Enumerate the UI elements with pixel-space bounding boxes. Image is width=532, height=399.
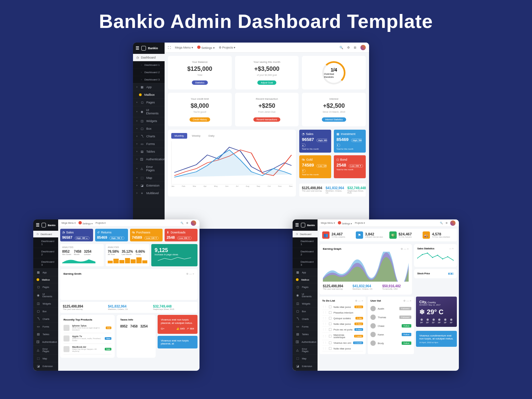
sidebar-item-d2[interactable]: Dashboard 2: [293, 248, 318, 258]
avatar[interactable]: [450, 220, 456, 226]
todo-item[interactable]: ⋮⋮Quisque sodales1 day: [322, 316, 363, 321]
todo-item[interactable]: ⋮⋮Vivamus nec orci1 month: [322, 340, 363, 346]
projects-menu[interactable]: Projects ▾: [355, 222, 365, 224]
todo-item[interactable]: ⋮⋮Proin nec mi porta3 days: [322, 327, 363, 332]
sidebar-item-d2[interactable]: Dashboard 2: [33, 248, 58, 258]
sidebar-item-dashboard3[interactable]: ›Dashboard 3: [133, 76, 165, 83]
mega-menu[interactable]: Mega Menu ▾: [321, 222, 335, 224]
sidebar-item-pages[interactable]: ◻Pages: [33, 283, 58, 291]
todo-item[interactable]: ⋮⋮Nulla vitae purus: [322, 346, 363, 351]
sidebar-item-charts[interactable]: 〽Charts: [293, 315, 318, 323]
follow-button[interactable]: Follow: [402, 324, 411, 328]
mega-menu[interactable]: Mega Menu ▾: [175, 46, 193, 49]
sidebar-item-widgets[interactable]: ◫Widgets: [33, 300, 58, 307]
sidebar-item-multi[interactable]: ≡Multilevel: [33, 370, 58, 371]
sidebar-item-tables[interactable]: ▾▤Tables: [133, 148, 165, 155]
todo-item[interactable]: ⋮⋮Phasellus interdum: [322, 310, 363, 316]
sidebar-item-forms[interactable]: ▭Forms: [33, 323, 58, 330]
recent-transactions-button[interactable]: Recent transactions: [253, 117, 281, 122]
sidebar-item-ext[interactable]: ◪Extension: [293, 362, 318, 370]
sidebar-item-multi[interactable]: ≡Multilevel: [293, 370, 318, 371]
adjust-goal-button[interactable]: Adjust Goal: [257, 80, 276, 85]
sidebar-item-auth[interactable]: ⚿Authentication: [33, 338, 58, 345]
search-icon[interactable]: 🔍: [339, 46, 343, 49]
sidebar-item-d3[interactable]: Dashboard 3: [33, 258, 58, 268]
sidebar-item-error[interactable]: ▾△Error Pages: [133, 163, 165, 174]
interest-stats-button[interactable]: Interest Statistics: [322, 117, 346, 122]
sidebar-item-widgets[interactable]: ◫Widgets: [293, 300, 318, 307]
sidebar-item-multilevel[interactable]: ▾≡Multilevel: [133, 189, 165, 197]
tab-weekly[interactable]: Weekly: [189, 133, 204, 139]
sidebar-item-app[interactable]: ▦App: [33, 268, 58, 276]
sidebar-item-ui[interactable]: ◉UI Elements: [33, 291, 58, 300]
sidebar-item-box[interactable]: ▢Box: [33, 307, 58, 315]
settings-menu[interactable]: Settings ▾: [78, 221, 93, 225]
statistics-button[interactable]: Statistics: [192, 80, 208, 85]
sidebar-item-dashboard2[interactable]: ›Dashboard 2: [133, 68, 165, 76]
todo-item[interactable]: ⋮⋮Nulla vitae purus2 mins: [322, 304, 363, 310]
card-actions[interactable]: ⊕ — ×: [401, 247, 409, 250]
sidebar-item-app[interactable]: ▾▦App: [133, 83, 165, 91]
settings-menu[interactable]: Settings ▾: [197, 46, 215, 50]
todo-item[interactable]: ⋮⋮Nulla vitae purus2 days: [322, 321, 363, 327]
sidebar-item-tables[interactable]: ▤Tables: [293, 330, 318, 338]
sidebar-item-forms[interactable]: ▭Forms: [293, 323, 318, 330]
projects-menu[interactable]: Projects ▾: [95, 222, 106, 224]
card-actions[interactable]: ⊕ — ×: [403, 299, 411, 302]
sidebar-item-error[interactable]: △Error Pages: [33, 345, 58, 354]
share-icon[interactable]: ↗ 984: [187, 327, 194, 331]
sidebar-item-box[interactable]: ▢Box: [293, 307, 318, 315]
search-icon[interactable]: 🔍: [440, 222, 443, 224]
sidebar-item-charts[interactable]: ▾〽Charts: [133, 132, 165, 140]
follow-button[interactable]: Followed: [399, 307, 411, 310]
sidebar-item-mailbox[interactable]: Mailbox: [133, 91, 165, 98]
sidebar-item-ui[interactable]: ▾◉UI Elements: [133, 106, 165, 117]
sidebar-item-tables[interactable]: ▤Tables: [33, 330, 58, 338]
sidebar-item-d1[interactable]: Dashboard 1: [33, 237, 58, 248]
product-row[interactable]: MacBook AirMake big things happen. All d…: [64, 344, 111, 354]
sidebar-item-pages[interactable]: ◻Pages: [293, 283, 318, 291]
sidebar-item-map[interactable]: ⬚Map: [293, 354, 318, 362]
sidebar-item-map[interactable]: ▾⬚Map: [133, 174, 165, 182]
gplus-icon[interactable]: G+: [161, 327, 165, 331]
menu-icon[interactable]: ☰: [295, 223, 299, 227]
sidebar-item-auth[interactable]: ▾⚿Authentication: [133, 155, 165, 163]
sidebar-item-mailbox[interactable]: Mailbox: [33, 276, 58, 283]
sidebar-item-app[interactable]: ▦App: [293, 268, 318, 276]
projects-menu[interactable]: ⚙ Projects ▾: [219, 46, 236, 49]
gear-icon[interactable]: ⚙: [446, 222, 448, 224]
settings-menu[interactable]: Settings ▾: [338, 221, 352, 225]
card-actions[interactable]: ⊕ — ×: [186, 272, 194, 275]
apps-icon[interactable]: ⊞: [354, 46, 356, 49]
avatar[interactable]: [191, 220, 196, 226]
sidebar-item-pages[interactable]: ▾◻Pages: [133, 98, 165, 106]
gear-icon[interactable]: ⚙: [186, 222, 188, 224]
sidebar-item-extension[interactable]: ▾◪Extension: [133, 182, 165, 189]
sidebar-item-mailbox[interactable]: Mailbox: [293, 276, 318, 283]
card-actions[interactable]: ⊕ — ×: [355, 299, 363, 302]
sidebar-item-widgets[interactable]: ▾◫Widgets: [133, 117, 165, 125]
tab-daily[interactable]: Daily: [205, 133, 218, 139]
menu-icon[interactable]: ☰: [36, 223, 40, 227]
mega-menu[interactable]: Mega Menu ▾: [62, 222, 76, 224]
todo-item[interactable]: ⋮⋮Maecenas scelerisque1 week: [322, 332, 363, 340]
sidebar-item-box[interactable]: ▾▢Box: [133, 125, 165, 132]
sidebar-item-charts[interactable]: 〽Charts: [33, 315, 58, 323]
card-actions[interactable]: — ×: [449, 247, 454, 250]
sidebar-item-d3[interactable]: Dashboard 3: [293, 258, 318, 268]
sidebar-item-forms[interactable]: ▾▭Forms: [133, 140, 165, 148]
follow-button[interactable]: Followed: [399, 316, 411, 319]
credit-history-button[interactable]: Credit History: [190, 117, 210, 122]
avatar[interactable]: [360, 45, 366, 50]
menu-icon[interactable]: ☰: [136, 46, 139, 51]
gear-icon[interactable]: ⚙: [347, 46, 350, 49]
sidebar-item-ui[interactable]: ◉UI Elements: [293, 291, 318, 300]
sidebar-item-map[interactable]: ⬚Map: [33, 354, 58, 362]
search-icon[interactable]: 🔍: [181, 222, 184, 224]
sidebar-item-dashboard1[interactable]: ›Dashboard 1: [133, 61, 165, 68]
sidebar-item-auth[interactable]: ⚿Authentication: [293, 338, 318, 345]
fullscreen-icon[interactable]: ⛶: [168, 46, 171, 49]
product-row[interactable]: Iphone 7plus2340 Sold, erat ac eget angi…: [64, 323, 111, 333]
follow-button[interactable]: Follow: [402, 341, 411, 345]
product-row[interactable]: Apple Tv234unit in stock, molls, Finishe…: [64, 333, 111, 344]
